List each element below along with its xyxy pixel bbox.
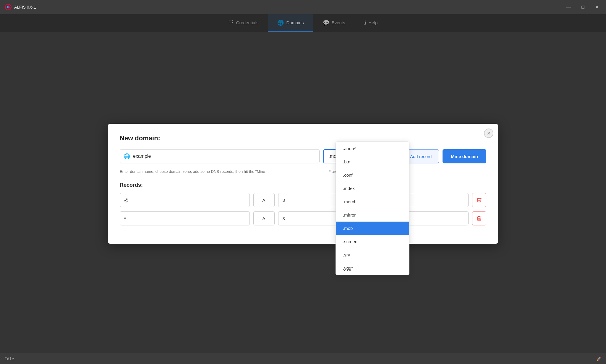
domain-input-wrap: 🌐 bbox=[120, 149, 320, 163]
record-type-button-1[interactable]: A bbox=[253, 193, 275, 207]
modal-close-button[interactable]: ✕ bbox=[484, 129, 493, 138]
record-type-button-2[interactable]: A bbox=[253, 211, 275, 225]
record-name-input-2[interactable] bbox=[120, 211, 250, 225]
title-bar: ALFIS 0.6.1 — □ ✕ bbox=[0, 0, 606, 14]
title-bar-controls: — □ ✕ bbox=[564, 4, 601, 11]
records-label: Records: bbox=[120, 182, 486, 188]
dropdown-item-screen[interactable]: .screen bbox=[336, 235, 409, 248]
minimize-button[interactable]: — bbox=[564, 4, 573, 11]
dropdown-item-index[interactable]: .index bbox=[336, 182, 409, 195]
delete-icon-1 bbox=[476, 197, 482, 203]
app-logo-icon bbox=[5, 4, 12, 11]
delete-icon-2 bbox=[476, 215, 482, 221]
input-row: 🌐 .mob ▾ Advanced ▾ Add record Mine doma… bbox=[120, 149, 486, 163]
zone-dropdown-menu: .anon* .btn .conf .index .merch .mirror … bbox=[336, 142, 409, 275]
mine-domain-button[interactable]: Mine domain bbox=[443, 149, 486, 163]
modal-overlay: ✕ New domain: 🌐 .mob ▾ Advanced ▾ Add re… bbox=[0, 14, 606, 353]
app-title: ALFIS 0.6.1 bbox=[14, 5, 36, 9]
dropdown-item-mirror[interactable]: .mirror bbox=[336, 208, 409, 222]
app-area: 🛡 Credentials 🌐 Domains 💬 Events ℹ Help … bbox=[0, 14, 606, 364]
new-domain-modal: ✕ New domain: 🌐 .mob ▾ Advanced ▾ Add re… bbox=[108, 124, 498, 244]
domain-name-input[interactable] bbox=[133, 154, 316, 159]
domain-globe-icon: 🌐 bbox=[124, 153, 130, 160]
dropdown-item-anon[interactable]: .anon* bbox=[336, 142, 409, 155]
modal-title: New domain: bbox=[120, 134, 486, 142]
dropdown-item-conf[interactable]: .conf bbox=[336, 168, 409, 182]
dropdown-item-merch[interactable]: .merch bbox=[336, 195, 409, 208]
status-bar: Idle 🚀 bbox=[0, 353, 606, 364]
record-delete-button-1[interactable] bbox=[472, 193, 486, 207]
dropdown-item-ygg[interactable]: .ygg* bbox=[336, 261, 409, 275]
title-bar-left: ALFIS 0.6.1 bbox=[5, 4, 36, 11]
status-rocket-icon: 🚀 bbox=[597, 357, 601, 361]
maximize-button[interactable]: □ bbox=[579, 4, 587, 11]
dropdown-item-mob[interactable]: .mob bbox=[336, 222, 409, 235]
record-row: A bbox=[120, 193, 486, 207]
info-text-left: Enter domain name, choose domain zone, a… bbox=[120, 169, 265, 174]
info-text: Enter domain name, choose domain zone, a… bbox=[120, 169, 486, 174]
status-text: Idle bbox=[5, 357, 14, 361]
record-delete-button-2[interactable] bbox=[472, 211, 486, 225]
record-row: A bbox=[120, 211, 486, 225]
record-name-input-1[interactable] bbox=[120, 193, 250, 207]
close-button[interactable]: ✕ bbox=[593, 4, 601, 11]
dropdown-item-srv[interactable]: .srv bbox=[336, 248, 409, 261]
dropdown-item-btn[interactable]: .btn bbox=[336, 155, 409, 168]
